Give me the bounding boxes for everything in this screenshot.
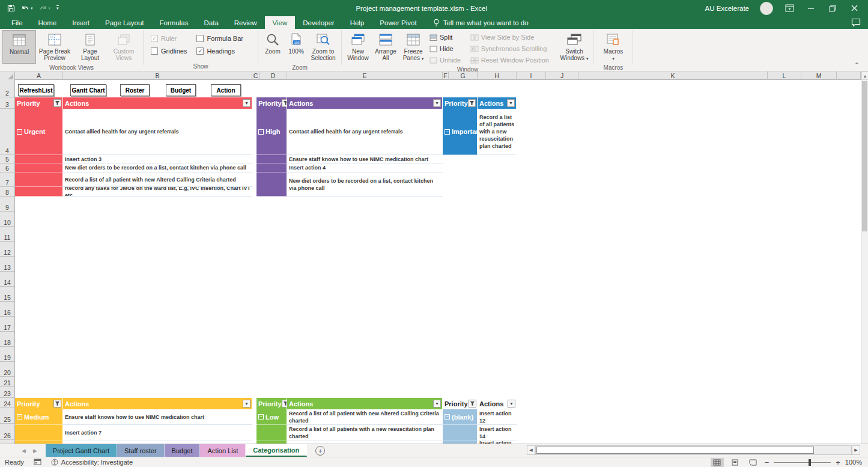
filter-icon[interactable] (469, 400, 476, 407)
grid-body[interactable]: RefreshListGantt ChartRosterBudgetAction… (15, 80, 861, 444)
column-header-L[interactable]: L (768, 72, 801, 80)
horizontal-scroll-thumb[interactable] (536, 447, 814, 454)
priority-cell[interactable] (256, 155, 287, 163)
dropdown-icon[interactable]: ▼ (243, 99, 250, 107)
priority-cell[interactable] (15, 425, 63, 441)
priority-cell[interactable]: −Important (443, 109, 478, 155)
priority-column-header[interactable]: Priority (443, 97, 478, 109)
priority-column-header[interactable]: Priority (443, 398, 478, 409)
zoom-button[interactable]: Zoom (261, 30, 285, 64)
vertical-scrollbar[interactable]: ▲ ▼ (861, 72, 868, 452)
horizontal-scrollbar[interactable]: ◀ ▶ (527, 445, 860, 455)
scroll-up-icon[interactable]: ▲ (861, 72, 868, 80)
form-button-roster[interactable]: Roster (120, 84, 150, 96)
row-header-21[interactable]: 21 (0, 377, 14, 387)
actions-column-header[interactable]: Actions▼ (63, 97, 252, 109)
avatar[interactable] (760, 2, 773, 15)
collapse-minus-icon[interactable]: − (445, 414, 450, 420)
actions-column-header[interactable]: Actions▼ (478, 97, 517, 109)
priority-cell[interactable] (15, 172, 63, 187)
scroll-right-icon[interactable]: ▶ (852, 445, 860, 455)
column-header-B[interactable]: B (63, 72, 252, 80)
action-cell[interactable]: Ensure staff knows how to use NIMC medic… (63, 409, 252, 425)
row-header-17[interactable]: 17 (0, 317, 14, 332)
priority-cell[interactable]: −Medium (15, 409, 63, 425)
undo-caret-icon[interactable]: ▾ (31, 6, 33, 11)
formula-bar-checkbox[interactable]: Formula Bar (196, 35, 243, 42)
macros-button[interactable]: Macros▾ (596, 30, 630, 64)
maximize-button[interactable] (827, 3, 838, 14)
tab-insert[interactable]: Insert (64, 16, 97, 29)
dropdown-icon[interactable]: ▼ (507, 99, 515, 107)
form-button-gantt-chart[interactable]: Gantt Chart (70, 84, 106, 96)
select-all-corner[interactable] (0, 72, 15, 80)
filter-icon[interactable] (468, 99, 476, 107)
priority-cell[interactable] (256, 172, 287, 197)
tab-data[interactable]: Data (196, 16, 226, 29)
tell-me-box[interactable]: Tell me what you want to do (433, 16, 529, 29)
row-header-19[interactable]: 19 (0, 347, 14, 362)
column-header-C[interactable]: C (252, 72, 259, 80)
priority-cell[interactable] (256, 425, 287, 441)
account-name[interactable]: AU Excelerate (705, 5, 749, 12)
zoom-to-selection-button[interactable]: Zoom to Selection (308, 30, 339, 64)
action-cell[interactable]: Ensure staff knows how to use NIMC medic… (287, 155, 443, 163)
sheet-tab-budget[interactable]: Budget (165, 444, 201, 457)
row-header-3[interactable]: 3 (0, 97, 14, 109)
priority-column-header[interactable]: Priority (15, 97, 63, 109)
tab-file[interactable]: File (4, 16, 31, 29)
filter-icon[interactable] (53, 99, 61, 107)
column-header-K[interactable]: K (578, 72, 768, 80)
priority-cell[interactable]: −Low (256, 409, 287, 425)
normal-view-status-button[interactable] (711, 458, 724, 467)
tab-developer[interactable]: Developer (295, 16, 342, 29)
column-header-A[interactable]: A (15, 72, 63, 80)
normal-view-button[interactable]: Normal (2, 30, 36, 64)
row-header-11[interactable]: 11 (0, 227, 14, 242)
action-cell[interactable]: Insert action 7 (63, 425, 252, 441)
row-header-5[interactable]: 5 (0, 155, 14, 163)
customize-qat-icon[interactable]: ▾ (56, 5, 59, 11)
column-header-F[interactable]: F (443, 72, 449, 80)
tab-page-layout[interactable]: Page Layout (97, 16, 152, 29)
action-cell[interactable]: New diet orders to be recorded on a list… (63, 163, 252, 172)
collapse-minus-icon[interactable]: − (258, 414, 264, 420)
ribbon-display-options-icon[interactable] (784, 3, 795, 14)
column-header-E[interactable]: E (287, 72, 443, 80)
priority-cell[interactable] (443, 425, 478, 441)
action-cell[interactable]: Record any tasks for JMOs on the ward li… (63, 187, 252, 197)
row-header-2[interactable]: 2 (0, 80, 14, 97)
row-header-15[interactable]: 15 (0, 287, 14, 302)
priority-cell[interactable]: −Urgent (15, 109, 63, 155)
column-header-filler[interactable] (837, 72, 861, 80)
sheet-next-icon[interactable]: ▶ (33, 448, 37, 454)
page-break-preview-status-button[interactable] (747, 458, 760, 467)
zoom-slider-thumb[interactable] (809, 459, 811, 466)
row-header-10[interactable]: 10 (0, 212, 14, 227)
action-cell[interactable]: Insert action 3 (63, 155, 252, 163)
actions-column-header[interactable]: Actions▼ (287, 398, 443, 409)
action-cell[interactable]: Contact allied health for any urgent ref… (63, 109, 252, 155)
sheet-tab-staff-roster[interactable]: Staff roster (117, 444, 165, 457)
priority-column-header[interactable]: Priority (256, 398, 287, 409)
zoom-in-icon[interactable]: + (836, 458, 840, 467)
dropdown-icon[interactable]: ▼ (508, 400, 515, 407)
column-header-J[interactable]: J (546, 72, 578, 80)
row-header-7[interactable]: 7 (0, 172, 14, 187)
actions-column-header[interactable]: Actions▼ (478, 398, 517, 409)
page-layout-view-button[interactable]: Page Layout (73, 30, 107, 64)
actions-column-header[interactable]: Actions▼ (63, 398, 252, 409)
priority-column-header[interactable]: Priority (256, 97, 287, 109)
zoom-100-button[interactable]: 100 100% (285, 30, 308, 64)
scroll-left-icon[interactable]: ◀ (527, 445, 535, 455)
zoom-level[interactable]: 100% (845, 459, 862, 466)
undo-button[interactable]: ▾ (21, 5, 33, 12)
headings-checkbox[interactable]: ✓Headings (196, 47, 243, 55)
column-header-D[interactable]: D (259, 72, 287, 80)
action-cell[interactable]: New diet orders to be recorded on a list… (287, 172, 443, 197)
tab-review[interactable]: Review (226, 16, 265, 29)
minimize-button[interactable] (806, 3, 816, 14)
dropdown-icon[interactable]: ▼ (433, 99, 441, 107)
switch-windows-button[interactable]: Switch Windows ▾ (557, 30, 591, 64)
row-header-20[interactable]: 20 (0, 362, 14, 377)
